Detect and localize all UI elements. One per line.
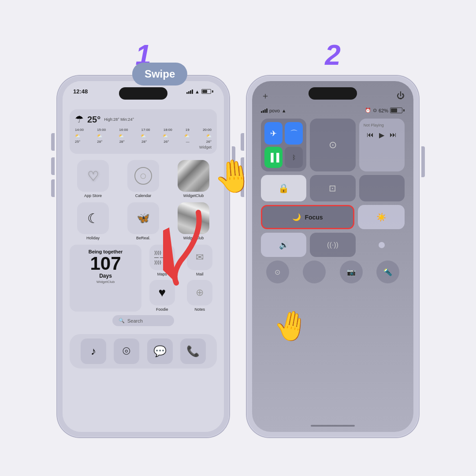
dock-music[interactable]: ♪ bbox=[81, 338, 106, 364]
search-bar[interactable]: 🔍 Search bbox=[112, 315, 174, 326]
weather-details: High:28° Min:24° bbox=[104, 117, 134, 122]
weather-icons-row: ⛅⛅⛅⛅⛅⛅⛅ bbox=[75, 134, 212, 138]
focus-button[interactable]: 🌙 Focus bbox=[261, 205, 354, 229]
cc-status-left: povo ▲ bbox=[261, 108, 286, 113]
dock-safari[interactable]: ⦾ bbox=[114, 338, 139, 364]
camera-btn[interactable]: 📷 bbox=[340, 260, 363, 283]
cc-main-grid: ✈ ⌒ ▐▐ ᛒ bbox=[261, 119, 405, 283]
bereal-icon: 🦋 bbox=[127, 202, 159, 234]
calendar-icon: ○ bbox=[127, 160, 159, 192]
dock-phone[interactable]: 📞 bbox=[180, 338, 206, 364]
cc-row-5: ⊙ 📷 🔦 bbox=[261, 260, 405, 283]
screen-record-btn[interactable]: ⊙ bbox=[266, 260, 289, 283]
fastforward-btn[interactable]: ⏭ bbox=[390, 131, 397, 139]
control-center-screen: ＋ ⏻ p bbox=[252, 81, 413, 432]
step-number-2: 2 bbox=[325, 39, 341, 71]
hearing-icon: ((·)) bbox=[327, 241, 338, 249]
calendar-item[interactable]: ○ Calendar bbox=[120, 160, 167, 198]
main-container: 1 Swipe 🤚 bbox=[40, 21, 436, 455]
step-2: 2 🤚 ＋ ⏻ bbox=[247, 39, 419, 437]
rotation-lock-tile[interactable]: 🔒 bbox=[261, 175, 306, 201]
wifi-icon-cc: ⌒ bbox=[290, 128, 298, 139]
weather-temps-row: 25°28°28°28°26°—26° bbox=[75, 140, 212, 144]
safari-icon: ⦾ bbox=[123, 346, 130, 357]
airdrop-icon: ⊙ bbox=[329, 139, 337, 151]
wifi-btn[interactable]: ⌒ bbox=[285, 122, 303, 145]
phone-2: ＋ ⏻ p bbox=[247, 76, 419, 437]
volume-tile[interactable]: 🔊 bbox=[261, 233, 306, 257]
widgetclub-item-1[interactable]: WidgetClub bbox=[170, 160, 217, 198]
cc-carrier: povo bbox=[269, 108, 280, 113]
messages-icon: 💬 bbox=[153, 345, 167, 357]
airplane-icon: ✈ bbox=[270, 129, 277, 138]
moon-icon-cc: 🌙 bbox=[292, 213, 301, 221]
brightness-tile[interactable]: ☀️ bbox=[358, 205, 405, 229]
phone-1-wrapper: Swipe 🤚 12:48 bbox=[57, 76, 229, 437]
weather-widget: ☂ 25° High:28° Min:24° 14:0015:0016:0017… bbox=[70, 109, 217, 154]
dock-messages[interactable]: 💬 bbox=[147, 338, 173, 364]
red-arrow bbox=[163, 208, 216, 287]
airplane-btn[interactable]: ✈ bbox=[264, 122, 283, 145]
playback-controls: ⏮ ▶ ⏭ bbox=[364, 131, 400, 139]
flashlight-btn[interactable]: 🔦 bbox=[376, 260, 399, 283]
play-btn[interactable]: ▶ bbox=[379, 131, 384, 139]
temp-display: 25° bbox=[87, 115, 100, 125]
weather-hours: 14:0015:0016:0017:0018:001920:00 bbox=[75, 128, 212, 132]
bereal-item[interactable]: 🦋 BeReal. bbox=[120, 202, 167, 240]
dynamic-island-1 bbox=[119, 87, 167, 100]
battery-indicator bbox=[201, 89, 213, 94]
widget-label: Widget bbox=[75, 145, 212, 149]
rotation-lock-icon: 🔒 bbox=[278, 183, 289, 193]
cellular-btn[interactable]: ▐▐ bbox=[264, 147, 283, 168]
umbrella-icon: ☂ bbox=[75, 114, 84, 125]
holiday-item[interactable]: ☾ Holiday bbox=[70, 202, 116, 240]
cc-wifi-icon: ▲ bbox=[282, 108, 286, 113]
status-icons-right: ▲ bbox=[186, 89, 213, 94]
cc-alarm-icon: ⏰ bbox=[365, 108, 371, 113]
days-widget-label: WidgetClub bbox=[74, 280, 137, 284]
blank-tile-1 bbox=[359, 175, 405, 201]
dock: ♪ ⦾ 💬 📞 bbox=[70, 334, 217, 368]
swipe-badge: Swipe bbox=[132, 63, 187, 86]
placeholder-btn-1 bbox=[303, 260, 326, 283]
home-indicator bbox=[311, 425, 355, 427]
search-icon: 🔍 bbox=[119, 318, 125, 324]
focus-label: Focus bbox=[305, 214, 323, 221]
airdrop-tile[interactable]: ⊙ bbox=[310, 119, 355, 171]
network-tile: ✈ ⌒ ▐▐ ᛒ bbox=[261, 119, 306, 171]
bereal-label: BeReal. bbox=[136, 236, 150, 240]
cc-status-bar: povo ▲ ⏰ ⊙ 62% bbox=[261, 108, 405, 113]
app-grid-row1: ♡ App Store ○ Calendar bbox=[70, 160, 217, 198]
screen-mirror-tile[interactable]: ⊡ bbox=[310, 175, 355, 201]
camera-icon: 📷 bbox=[347, 268, 356, 276]
rewind-btn[interactable]: ⏮ bbox=[367, 131, 374, 139]
now-playing-tile: Not Playing ⏮ ▶ ⏭ bbox=[359, 119, 405, 171]
bluetooth-btn[interactable]: ᛒ bbox=[285, 147, 303, 168]
not-playing-label: Not Playing bbox=[364, 123, 400, 127]
cc-location-icon: ⊙ bbox=[373, 108, 377, 113]
cc-power-button[interactable]: ⏻ bbox=[397, 91, 405, 100]
cc-signal bbox=[261, 108, 268, 113]
music-icon: ♪ bbox=[91, 345, 96, 357]
phone-icon: 📞 bbox=[186, 345, 200, 357]
cc-battery-text: 62% bbox=[379, 108, 388, 113]
phone-2-wrapper: 🤚 ＋ ⏻ bbox=[247, 76, 419, 437]
flashlight-icon: 🔦 bbox=[383, 268, 392, 276]
days-sub: Days bbox=[74, 273, 137, 279]
cc-row-3: 🌙 Focus ☀️ bbox=[261, 205, 405, 229]
cc-battery bbox=[390, 108, 405, 113]
cc-add-button[interactable]: ＋ bbox=[261, 90, 270, 102]
app-store-icon: ♡ bbox=[77, 160, 109, 192]
signal-bars bbox=[186, 89, 193, 94]
dot-indicator bbox=[379, 242, 385, 248]
brightness-icon: ☀️ bbox=[376, 212, 386, 222]
hearing-tile[interactable]: ((·)) bbox=[310, 233, 355, 257]
volume-icon: 🔊 bbox=[279, 240, 289, 250]
holiday-icon: ☾ bbox=[77, 202, 109, 234]
screen-mirror-icon: ⊡ bbox=[329, 183, 336, 193]
cc-row-4: 🔊 ((·)) bbox=[261, 233, 405, 257]
high-temp: High:28° Min:24° bbox=[104, 117, 134, 122]
control-center: ＋ ⏻ p bbox=[252, 81, 413, 432]
holiday-label: Holiday bbox=[86, 236, 100, 240]
app-store-item[interactable]: ♡ App Store bbox=[70, 160, 116, 198]
